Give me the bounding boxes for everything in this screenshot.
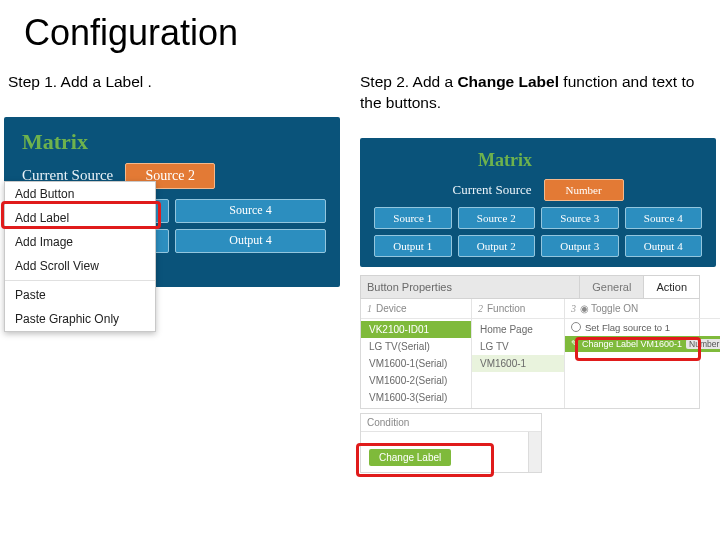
- device-row[interactable]: VM1600-3(Serial): [361, 389, 471, 406]
- ctx-item-add-scrollview[interactable]: Add Scroll View: [5, 254, 155, 278]
- matrix-panel-step2: Matrix Current Source Number Source 1 So…: [360, 138, 716, 267]
- step1-caption: Step 1. Add a Label .: [8, 72, 360, 93]
- context-menu[interactable]: Add Button Add Label Add Image Add Scrol…: [4, 181, 156, 332]
- condition-panel: Condition Change Label: [360, 413, 542, 473]
- ctx-item-add-button[interactable]: Add Button: [5, 182, 155, 206]
- output-chip[interactable]: Output 2: [458, 235, 536, 257]
- transfer-tag: Number: [686, 339, 720, 349]
- device-row[interactable]: VM1600-2(Serial): [361, 372, 471, 389]
- device-row[interactable]: VM1600-1(Serial): [361, 355, 471, 372]
- output-chip[interactable]: Output 3: [541, 235, 619, 257]
- current-source-label: Current Source: [452, 182, 531, 198]
- function-row[interactable]: VM1600-1: [472, 355, 564, 372]
- ctx-item-add-label[interactable]: Add Label: [5, 206, 155, 230]
- source-chip[interactable]: Source 3: [541, 207, 619, 229]
- scrollbar[interactable]: [528, 432, 541, 472]
- function-row[interactable]: LG TV: [472, 338, 564, 355]
- ctx-item-add-image[interactable]: Add Image: [5, 230, 155, 254]
- source-chip[interactable]: Source 2: [458, 207, 536, 229]
- output-chip[interactable]: Output 4: [625, 235, 703, 257]
- source-chip[interactable]: Source 4: [175, 199, 326, 223]
- step2-caption: Step 2. Add a Change Label function and …: [360, 72, 712, 114]
- matrix-title: Matrix: [22, 129, 332, 155]
- condition-header: Condition: [361, 414, 541, 432]
- props-title: Button Properties: [361, 281, 579, 293]
- wiz1-title: Device: [376, 303, 407, 314]
- transfer-row[interactable]: ✎ Change Label VM1600-1 Number / In Sour…: [565, 336, 720, 352]
- button-properties: Button Properties General Action 1Device…: [360, 275, 700, 473]
- ctx-item-paste-graphic[interactable]: Paste Graphic Only: [5, 307, 155, 331]
- number-chip[interactable]: Number: [544, 179, 624, 201]
- function-row[interactable]: Home Page: [472, 321, 564, 338]
- wiz3-title: Toggle ON: [591, 303, 638, 314]
- device-row[interactable]: LG TV(Serial): [361, 338, 471, 355]
- output-chip[interactable]: Output 1: [374, 235, 452, 257]
- change-label-button[interactable]: Change Label: [369, 449, 451, 466]
- page-title: Configuration: [24, 12, 720, 54]
- ctx-item-paste[interactable]: Paste: [5, 283, 155, 307]
- tab-action[interactable]: Action: [643, 276, 699, 298]
- source-chip[interactable]: Source 1: [374, 207, 452, 229]
- toggle-option[interactable]: Set Flag source to 1: [565, 319, 720, 336]
- tab-general[interactable]: General: [579, 276, 643, 298]
- pencil-icon: ✎: [571, 339, 578, 348]
- output-chip[interactable]: Output 4: [175, 229, 326, 253]
- source-chip[interactable]: Source 4: [625, 207, 703, 229]
- matrix-title: Matrix: [478, 150, 708, 171]
- device-row[interactable]: VK2100-ID01: [361, 321, 471, 338]
- matrix-panel-step1: Matrix Current Source Source 2 Source 3 …: [4, 117, 340, 287]
- wiz2-title: Function: [487, 303, 525, 314]
